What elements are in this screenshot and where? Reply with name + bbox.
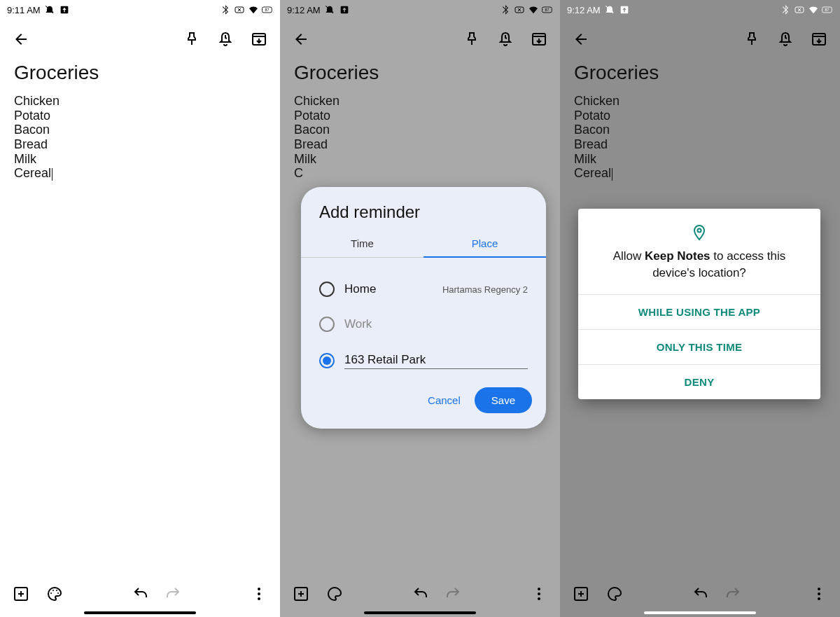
svg-point-7 xyxy=(52,590,54,591)
palette-button[interactable] xyxy=(326,585,343,605)
permission-deny-button[interactable]: DENY xyxy=(578,364,820,399)
overflow-button[interactable] xyxy=(811,585,827,605)
clock-text: 9:11 AM xyxy=(7,5,41,15)
place-option-custom[interactable] xyxy=(319,342,528,370)
tab-time[interactable]: Time xyxy=(301,230,424,258)
svg-point-21 xyxy=(538,597,540,600)
wifi-icon xyxy=(248,4,259,15)
note-line: Bread xyxy=(14,137,266,152)
note-line: Cereal xyxy=(574,166,826,181)
data-icon xyxy=(794,4,805,15)
overflow-button[interactable] xyxy=(531,585,547,605)
app-bar xyxy=(280,20,560,62)
note-line: Bacon xyxy=(574,123,826,137)
bluetooth-icon xyxy=(780,4,791,15)
undo-button[interactable] xyxy=(692,585,709,605)
pin-button[interactable] xyxy=(743,31,760,50)
status-bar: 9:12 AM 87 xyxy=(560,0,840,20)
add-button[interactable] xyxy=(573,585,589,605)
status-bar: 9:12 AM 87 xyxy=(280,0,560,20)
reminder-button[interactable] xyxy=(217,31,234,50)
note-line: Potato xyxy=(574,109,826,123)
note-line: Milk xyxy=(294,152,546,167)
note-line: Potato xyxy=(294,109,546,123)
permission-message: Allow Keep Notes to access this device's… xyxy=(594,248,805,282)
wifi-icon xyxy=(808,4,819,15)
app-bar xyxy=(560,20,840,62)
permission-while-using-button[interactable]: WHILE USING THE APP xyxy=(578,294,820,329)
note-line: Bacon xyxy=(14,123,266,137)
archive-button[interactable] xyxy=(811,31,827,50)
nav-handle[interactable] xyxy=(644,611,756,614)
archive-button[interactable] xyxy=(251,31,267,50)
add-button[interactable] xyxy=(13,585,29,605)
overflow-button[interactable] xyxy=(251,585,267,605)
pin-button[interactable] xyxy=(183,31,200,50)
mute-icon xyxy=(324,4,335,15)
nav-handle[interactable] xyxy=(364,611,476,614)
place-option-home[interactable]: Home Hartamas Regency 2 xyxy=(319,272,528,307)
note-line: Bread xyxy=(294,137,546,152)
svg-point-28 xyxy=(818,588,820,590)
cancel-button[interactable]: Cancel xyxy=(419,387,469,413)
radio-unchecked-icon xyxy=(319,282,335,297)
undo-button[interactable] xyxy=(132,585,149,605)
note-line: Milk xyxy=(574,152,826,167)
dialog-title: Add reminder xyxy=(301,187,546,230)
pin-button[interactable] xyxy=(463,31,480,50)
redo-button xyxy=(724,585,741,605)
note-line: Chicken xyxy=(574,94,826,109)
svg-point-11 xyxy=(258,592,260,595)
back-button[interactable] xyxy=(573,31,589,50)
place-input[interactable] xyxy=(344,352,528,369)
svg-point-10 xyxy=(258,588,260,590)
data-icon xyxy=(234,4,245,15)
svg-text:87: 87 xyxy=(825,8,830,12)
upload-icon xyxy=(59,4,70,15)
place-option-work[interactable]: Work xyxy=(319,307,528,342)
save-button[interactable]: Save xyxy=(475,387,532,413)
place-label: Work xyxy=(344,317,528,331)
redo-button xyxy=(164,585,181,605)
reminder-button[interactable] xyxy=(497,31,514,50)
note-line: Bacon xyxy=(294,123,546,137)
note-title[interactable]: Groceries xyxy=(14,62,266,84)
radio-checked-icon xyxy=(319,353,335,368)
palette-button[interactable] xyxy=(46,585,63,605)
data-icon xyxy=(514,4,525,15)
svg-point-19 xyxy=(538,588,540,590)
battery-icon: 87 xyxy=(262,4,273,15)
mute-icon xyxy=(44,4,55,15)
note-title: Groceries xyxy=(574,62,826,84)
battery-icon: 87 xyxy=(822,4,833,15)
svg-point-9 xyxy=(57,592,59,594)
tab-place[interactable]: Place xyxy=(424,230,546,258)
mute-icon xyxy=(604,4,615,15)
note-title: Groceries xyxy=(294,62,546,84)
archive-button[interactable] xyxy=(531,31,547,50)
undo-button[interactable] xyxy=(412,585,429,605)
permission-only-this-time-button[interactable]: ONLY THIS TIME xyxy=(578,329,820,364)
bluetooth-icon xyxy=(500,4,511,15)
upload-icon xyxy=(339,4,350,15)
add-button[interactable] xyxy=(293,585,309,605)
nav-handle[interactable] xyxy=(84,611,196,614)
back-button[interactable] xyxy=(13,31,29,50)
svg-point-6 xyxy=(50,592,52,594)
location-icon xyxy=(594,224,805,241)
note-line: C xyxy=(294,166,546,181)
bluetooth-icon xyxy=(220,4,231,15)
palette-button[interactable] xyxy=(606,585,623,605)
app-bar xyxy=(0,20,280,62)
note-line: Milk xyxy=(14,152,266,167)
back-button[interactable] xyxy=(293,31,309,50)
svg-text:87: 87 xyxy=(265,8,270,12)
svg-point-31 xyxy=(698,229,701,233)
note-content[interactable]: Groceries Chicken Potato Bacon Bread Mil… xyxy=(0,62,280,576)
radio-unchecked-icon xyxy=(319,317,335,332)
svg-point-29 xyxy=(818,592,820,595)
add-reminder-dialog: Add reminder Time Place Home Hartamas Re… xyxy=(301,187,546,429)
svg-point-12 xyxy=(258,597,260,600)
status-bar: 9:11 AM 87 xyxy=(0,0,280,20)
reminder-button[interactable] xyxy=(777,31,794,50)
